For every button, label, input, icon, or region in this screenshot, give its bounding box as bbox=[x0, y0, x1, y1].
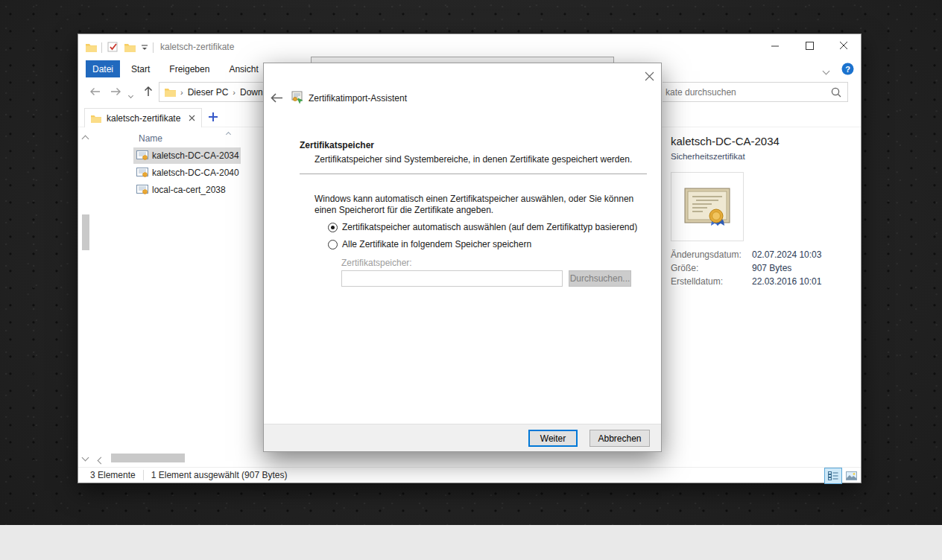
status-item-count: 3 Elemente bbox=[90, 470, 136, 480]
file-name: kaletsch-DC-CA-2034 bbox=[148, 150, 239, 161]
qat-separator bbox=[101, 42, 102, 53]
ribbon-tab-datei[interactable]: Datei bbox=[86, 60, 120, 77]
property-value: 22.03.2016 10:01 bbox=[752, 276, 821, 287]
file-row[interactable]: kaletsch-DC-CA-2040 bbox=[133, 165, 241, 181]
maximize-button[interactable] bbox=[792, 34, 826, 57]
navpane-scrollbar[interactable] bbox=[78, 127, 94, 467]
hscrollbar-thumb[interactable] bbox=[111, 454, 185, 462]
file-row[interactable]: kaletsch-DC-CA-2034 bbox=[133, 147, 241, 164]
ribbon-tab-start[interactable]: Start bbox=[124, 60, 157, 77]
certificate-file-icon bbox=[136, 168, 148, 178]
next-button[interactable]: Weiter bbox=[528, 430, 578, 447]
store-field-label: Zertifikatspeicher: bbox=[341, 258, 412, 268]
qat-separator bbox=[153, 42, 154, 53]
dialog-title: Zertifikatimport-Assistent bbox=[309, 93, 407, 104]
scrollbar-thumb[interactable] bbox=[82, 214, 89, 250]
breadcrumb-separator: › bbox=[176, 88, 188, 97]
status-separator bbox=[143, 470, 144, 480]
breadcrumb-separator: › bbox=[228, 88, 240, 97]
search-icon[interactable] bbox=[831, 87, 847, 98]
dialog-back-icon[interactable] bbox=[270, 92, 284, 104]
wizard-description: Windows kann automatisch einen Zertifika… bbox=[314, 194, 651, 216]
radio-button-icon[interactable] bbox=[328, 240, 338, 249]
tab-label: kaletsch-zertifikate bbox=[101, 113, 189, 124]
details-pane: kaletsch-DC-CA-2034 Sicherheitszertifika… bbox=[664, 127, 858, 467]
certificate-file-icon bbox=[136, 185, 148, 195]
status-selection: 1 Element ausgewählt (907 Bytes) bbox=[151, 470, 288, 480]
property-label: Größe: bbox=[671, 263, 698, 273]
tab-folder-icon bbox=[91, 114, 101, 123]
thumbnail-view-toggle[interactable] bbox=[843, 468, 859, 483]
properties-check-icon[interactable] bbox=[107, 41, 119, 53]
new-folder-icon[interactable] bbox=[124, 42, 136, 52]
browse-button: Durchsuchen... bbox=[569, 270, 631, 287]
scroll-left-icon[interactable] bbox=[98, 455, 104, 465]
radio-manual-label[interactable]: Alle Zertifikate in folgendem Speicher s… bbox=[338, 239, 531, 249]
navpane-hscrollbar[interactable] bbox=[94, 453, 265, 463]
file-row[interactable]: local-ca-cert_2038 bbox=[133, 182, 241, 198]
wizard-page-heading: Zertifikatspeicher bbox=[300, 140, 374, 150]
scroll-up-icon[interactable] bbox=[83, 133, 88, 144]
certificate-file-icon bbox=[136, 150, 148, 161]
recent-locations-icon[interactable] bbox=[129, 89, 133, 100]
details-view-toggle[interactable] bbox=[825, 468, 841, 483]
search-box[interactable] bbox=[663, 82, 848, 102]
close-button[interactable] bbox=[826, 34, 861, 57]
file-name: kaletsch-DC-CA-2040 bbox=[148, 168, 239, 178]
certificate-import-wizard-dialog: Zertifikatimport-Assistent Zertifikatspe… bbox=[263, 63, 662, 452]
new-tab-icon[interactable] bbox=[208, 112, 218, 122]
column-header-name[interactable]: Name bbox=[139, 133, 162, 144]
window-title: kaletsch-zertifikate bbox=[160, 42, 234, 52]
breadcrumb-item[interactable]: Down bbox=[240, 87, 263, 98]
radio-manual-store[interactable]: Alle Zertifikate in folgendem Speicher s… bbox=[328, 239, 531, 249]
tab-close-icon[interactable] bbox=[189, 115, 195, 121]
certificate-preview-icon bbox=[683, 185, 731, 229]
wizard-icon bbox=[291, 91, 304, 104]
ribbon-collapse-icon[interactable] bbox=[824, 66, 829, 76]
property-label: Erstelldatum: bbox=[671, 276, 723, 287]
property-value: 02.07.2024 10:03 bbox=[752, 249, 821, 260]
scroll-down-icon[interactable] bbox=[83, 452, 88, 462]
svg-text:?: ? bbox=[845, 65, 850, 74]
property-label: Änderungsdatum: bbox=[671, 249, 742, 260]
ribbon-tab-freigeben[interactable]: Freigeben bbox=[162, 60, 216, 77]
forward-icon[interactable] bbox=[110, 86, 122, 98]
minimize-button[interactable] bbox=[758, 34, 792, 57]
status-bar: 3 Elemente 1 Element ausgewählt (907 Byt… bbox=[78, 467, 861, 483]
details-file-title: kaletsch-DC-CA-2034 bbox=[671, 135, 780, 147]
qat-customize-icon[interactable] bbox=[141, 44, 148, 51]
search-input[interactable] bbox=[660, 87, 831, 98]
property-value: 907 Bytes bbox=[752, 263, 791, 273]
sort-ascending-icon[interactable] bbox=[227, 128, 230, 139]
help-icon[interactable]: ? bbox=[841, 63, 854, 75]
tab-kaletsch-zertifikate[interactable]: kaletsch-zertifikate bbox=[84, 108, 202, 127]
back-icon[interactable] bbox=[89, 86, 101, 98]
ribbon-tab-ansicht[interactable]: Ansicht bbox=[222, 60, 265, 77]
details-file-type: Sicherheitszertifikat bbox=[671, 152, 745, 161]
wizard-page-subheading: Zertifikatspeicher sind Systembereiche, … bbox=[314, 154, 632, 165]
radio-auto-label[interactable]: Zertifikatspeicher automatisch auswählen… bbox=[338, 222, 637, 232]
certificate-preview bbox=[671, 172, 744, 241]
divider bbox=[300, 174, 647, 174]
radio-auto-select[interactable]: Zertifikatspeicher automatisch auswählen… bbox=[328, 222, 637, 232]
folder-icon bbox=[86, 42, 97, 52]
store-field-input bbox=[341, 270, 563, 287]
taskbar: T bbox=[0, 525, 942, 560]
file-name: local-ca-cert_2038 bbox=[148, 185, 226, 195]
radio-button-icon[interactable] bbox=[328, 223, 338, 232]
dialog-close-icon[interactable] bbox=[640, 68, 658, 84]
desktop-background: kaletsch-zertifikate Datei Start Freigeb… bbox=[0, 0, 942, 560]
breadcrumb-item[interactable]: Dieser PC bbox=[188, 87, 229, 98]
cancel-button[interactable]: Abbrechen bbox=[589, 430, 650, 447]
up-icon[interactable] bbox=[142, 85, 154, 98]
breadcrumb-folder-icon bbox=[159, 87, 176, 97]
